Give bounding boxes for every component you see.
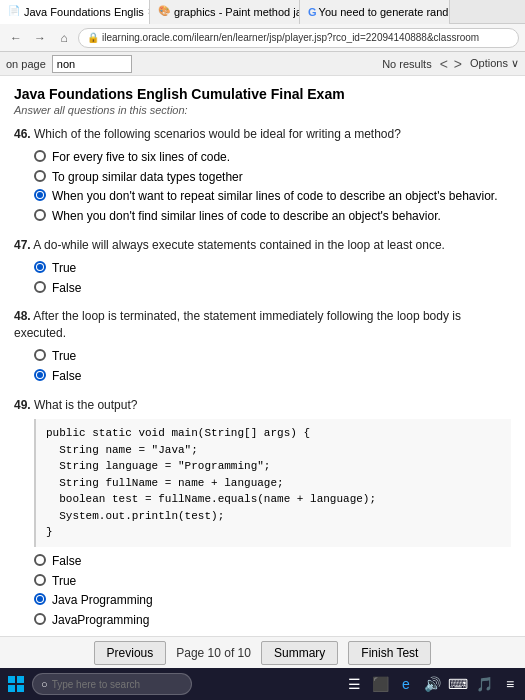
question-49-body: What is the output? [34,398,137,412]
radio-47-0[interactable] [34,261,46,273]
radio-49-2[interactable] [34,593,46,605]
taskbar-icon-bars[interactable]: ☰ [345,675,363,693]
question-48-text: 48. After the loop is terminated, the st… [14,308,511,342]
question-49: 49. What is the output? public static vo… [14,397,511,629]
taskbar-list-icon[interactable]: ≡ [501,675,519,693]
browser-nav: ← → ⌂ 🔒 ilearning.oracle.com/ilearn/en/l… [0,24,525,52]
radio-46-2[interactable] [34,189,46,201]
taskbar-icons: ☰ ⬛ e 🔊 ⌨ 🎵 ≡ [345,675,519,693]
list-item[interactable]: When you don't want to repeat similar li… [34,188,511,205]
tab-label-3: You need to generate rand [319,6,449,18]
page-info: Page 10 of 10 [176,646,251,660]
list-item[interactable]: False [34,553,511,570]
taskbar-sound-icon[interactable]: 🔊 [423,675,441,693]
question-47: 47. A do-while will always execute state… [14,237,511,296]
question-48-num: 48. [14,309,31,323]
question-47-options: True False [14,260,511,297]
radio-49-3[interactable] [34,613,46,625]
list-item[interactable]: True [34,573,511,590]
find-next-arrow[interactable]: > [452,56,464,72]
taskbar: ○ ☰ ⬛ e 🔊 ⌨ 🎵 ≡ [0,668,525,700]
option-49-2-text: Java Programming [52,592,153,609]
lock-icon: 🔒 [87,32,99,43]
find-nav-arrows: < > [438,56,464,72]
list-item[interactable]: True [34,348,511,365]
previous-button[interactable]: Previous [94,641,167,665]
find-input[interactable] [52,55,132,73]
back-button[interactable]: ← [6,28,26,48]
taskbar-keyboard-icon[interactable]: ⌨ [449,675,467,693]
list-item[interactable]: For every five to six lines of code. [34,149,511,166]
find-options-btn[interactable]: Options ∨ [470,57,519,70]
radio-48-1[interactable] [34,369,46,381]
option-47-0-text: True [52,260,76,277]
address-bar[interactable]: 🔒 ilearning.oracle.com/ilearn/en/learner… [78,28,519,48]
list-item[interactable]: JavaProgramming [34,612,511,629]
list-item[interactable]: When you don't find similar lines of cod… [34,208,511,225]
option-49-1-text: True [52,573,76,590]
forward-button[interactable]: → [30,28,50,48]
taskbar-search-input[interactable] [52,679,152,690]
question-49-text: 49. What is the output? [14,397,511,414]
radio-46-0[interactable] [34,150,46,162]
find-bar: on page No results < > Options ∨ [0,52,525,76]
taskbar-search[interactable]: ○ [32,673,192,695]
list-item[interactable]: To group similar data types together [34,169,511,186]
radio-47-1[interactable] [34,281,46,293]
question-49-code: public static void main(String[] args) {… [34,419,511,547]
radio-46-1[interactable] [34,170,46,182]
finish-test-button[interactable]: Finish Test [348,641,431,665]
list-item[interactable]: False [34,280,511,297]
taskbar-icon-squares[interactable]: ⬛ [371,675,389,693]
home-button[interactable]: ⌂ [54,28,74,48]
tab-generate[interactable]: G You need to generate rand G [300,0,450,24]
svg-rect-3 [17,685,24,692]
question-48-options: True False [14,348,511,385]
option-47-1-text: False [52,280,81,297]
list-item[interactable]: Java Programming [34,592,511,609]
tab-java-foundations[interactable]: 📄 Java Foundations Englis × [0,0,150,24]
question-46-num: 46. [14,127,31,141]
main-content: Java Foundations English Cumulative Fina… [0,76,525,636]
taskbar-edge-icon[interactable]: e [397,675,415,693]
question-47-num: 47. [14,238,31,252]
question-48-body: After the loop is terminated, the statem… [14,309,461,340]
url-text: ilearning.oracle.com/ilearn/en/learner/j… [102,32,479,43]
tab-label-2: graphics - Paint method jav [174,6,300,18]
summary-button[interactable]: Summary [261,641,338,665]
find-prev-arrow[interactable]: < [438,56,450,72]
radio-48-0[interactable] [34,349,46,361]
section-instruction: Answer all questions in this section: [14,104,511,116]
tab-graphics[interactable]: 🎨 graphics - Paint method jav [150,0,300,24]
tab-icon-2: 🎨 [158,5,170,19]
taskbar-search-icon: ○ [41,678,48,690]
option-48-1-text: False [52,368,81,385]
option-46-3-text: When you don't find similar lines of cod… [52,208,441,225]
windows-logo[interactable] [6,674,26,694]
tab-icon: 📄 [8,5,20,19]
question-46: 46. Which of the following scenarios wou… [14,126,511,225]
tab-label: Java Foundations Englis [24,6,144,18]
no-results-text: No results [382,58,432,70]
question-46-options: For every five to six lines of code. To … [14,149,511,225]
list-item[interactable]: False [34,368,511,385]
radio-49-0[interactable] [34,554,46,566]
question-49-num: 49. [14,398,31,412]
option-49-0-text: False [52,553,81,570]
list-item[interactable]: True [34,260,511,277]
exam-title: Java Foundations English Cumulative Fina… [14,86,511,102]
question-49-options: False True Java Programming JavaProgramm… [14,553,511,629]
radio-49-1[interactable] [34,574,46,586]
taskbar-green-icon[interactable]: 🎵 [475,675,493,693]
option-46-2-text: When you don't want to repeat similar li… [52,188,498,205]
google-g-icon: G [308,6,317,18]
question-48: 48. After the loop is terminated, the st… [14,308,511,384]
question-47-body: A do-while will always execute statement… [33,238,445,252]
svg-rect-2 [8,685,15,692]
question-46-text: 46. Which of the following scenarios wou… [14,126,511,143]
option-49-3-text: JavaProgramming [52,612,149,629]
question-46-body: Which of the following scenarios would b… [34,127,401,141]
radio-46-3[interactable] [34,209,46,221]
option-48-0-text: True [52,348,76,365]
on-page-label: on page [6,58,46,70]
